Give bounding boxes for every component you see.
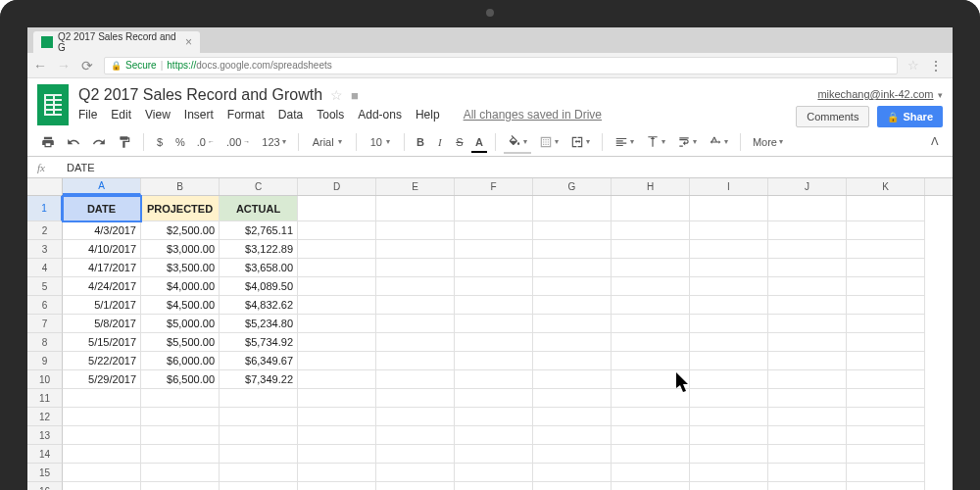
row-header-4[interactable]: 4 [27, 259, 63, 277]
cell[interactable] [612, 240, 690, 259]
cell[interactable] [768, 240, 847, 259]
column-header-K[interactable]: K [847, 178, 925, 195]
cell[interactable] [298, 426, 376, 445]
cell[interactable] [376, 296, 455, 315]
column-header-H[interactable]: H [612, 178, 690, 195]
cell[interactable] [612, 445, 690, 464]
column-header-E[interactable]: E [376, 178, 455, 195]
cell-actual[interactable]: $6,349.67 [220, 352, 298, 370]
cell[interactable] [63, 464, 141, 482]
cell[interactable] [690, 259, 768, 277]
cell[interactable] [298, 196, 376, 221]
number-format-button[interactable]: 123▾ [258, 133, 289, 151]
cell[interactable] [455, 240, 533, 259]
cell[interactable] [690, 370, 768, 389]
cell[interactable] [455, 333, 533, 352]
cell[interactable] [455, 296, 533, 315]
row-header-11[interactable]: 11 [27, 389, 63, 408]
browser-tab[interactable]: Q2 2017 Sales Record and G × [33, 31, 200, 53]
cell[interactable] [847, 464, 925, 482]
cell[interactable] [847, 333, 925, 352]
cell-date[interactable]: 4/10/2017 [63, 240, 141, 259]
cell[interactable] [141, 389, 220, 408]
cell[interactable] [376, 408, 455, 426]
header-cell-projected[interactable]: PROJECTED [141, 196, 220, 221]
cell[interactable] [220, 445, 298, 464]
cell[interactable] [533, 370, 612, 389]
cell[interactable] [768, 445, 847, 464]
cell[interactable] [298, 464, 376, 482]
row-header-8[interactable]: 8 [27, 333, 63, 352]
star-icon[interactable]: ☆ [330, 87, 343, 103]
cell[interactable] [533, 333, 612, 352]
cell[interactable] [455, 426, 533, 445]
print-icon[interactable] [37, 132, 59, 152]
cell[interactable] [847, 221, 925, 240]
menu-tools[interactable]: Tools [317, 108, 344, 122]
cell[interactable] [847, 259, 925, 277]
cell[interactable] [847, 277, 925, 296]
cell[interactable] [376, 259, 455, 277]
menu-addons[interactable]: Add-ons [358, 108, 402, 122]
currency-button[interactable]: $ [152, 133, 168, 151]
cell[interactable] [690, 389, 768, 408]
cell[interactable] [690, 352, 768, 370]
cell-projected[interactable]: $3,000.00 [141, 240, 220, 259]
cell[interactable] [298, 352, 376, 370]
cell[interactable] [612, 196, 690, 221]
menu-data[interactable]: Data [278, 108, 303, 122]
cell-date[interactable]: 4/3/2017 [63, 221, 141, 240]
cell-date[interactable]: 5/22/2017 [63, 352, 141, 370]
menu-view[interactable]: View [145, 108, 171, 122]
cell-actual[interactable]: $4,832.62 [220, 296, 298, 315]
cells-area[interactable]: DATEPROJECTEDACTUAL4/3/2017$2,500.00$2,7… [63, 196, 953, 490]
cell[interactable] [455, 445, 533, 464]
cell[interactable] [612, 426, 690, 445]
cell[interactable] [533, 482, 612, 490]
cell[interactable] [847, 240, 925, 259]
cell[interactable] [455, 259, 533, 277]
cell[interactable] [533, 296, 612, 315]
cell[interactable] [298, 240, 376, 259]
cell[interactable] [533, 389, 612, 408]
cell[interactable] [847, 296, 925, 315]
menu-edit[interactable]: Edit [111, 108, 131, 122]
menu-format[interactable]: Format [227, 108, 265, 122]
cell[interactable] [690, 296, 768, 315]
cell[interactable] [768, 196, 847, 221]
menu-file[interactable]: File [78, 108, 97, 122]
cell[interactable] [376, 221, 455, 240]
cell[interactable] [533, 445, 612, 464]
cell[interactable] [455, 464, 533, 482]
paint-format-icon[interactable] [114, 132, 135, 152]
cell[interactable] [847, 482, 925, 490]
cell[interactable] [533, 315, 612, 333]
cell-date[interactable]: 4/17/2017 [63, 259, 141, 277]
cell[interactable] [533, 352, 612, 370]
cell[interactable] [768, 408, 847, 426]
formula-value[interactable]: DATE [67, 162, 95, 173]
comments-button[interactable]: Comments [796, 106, 869, 127]
cell[interactable] [533, 259, 612, 277]
cell[interactable] [847, 352, 925, 370]
cell[interactable] [690, 408, 768, 426]
cell[interactable] [455, 352, 533, 370]
cell[interactable] [768, 482, 847, 490]
cell[interactable] [298, 259, 376, 277]
cell[interactable] [847, 370, 925, 389]
cell[interactable] [847, 196, 925, 221]
column-header-C[interactable]: C [220, 178, 298, 195]
cell-actual[interactable]: $5,234.80 [220, 315, 298, 333]
cell[interactable] [533, 277, 612, 296]
cell[interactable] [376, 445, 455, 464]
cell[interactable] [768, 296, 847, 315]
column-header-A[interactable]: A [63, 178, 141, 195]
more-button[interactable]: More▾ [749, 133, 787, 151]
row-header-13[interactable]: 13 [27, 426, 63, 445]
cell[interactable] [298, 482, 376, 490]
cell-date[interactable]: 5/1/2017 [63, 296, 141, 315]
cell[interactable] [612, 482, 690, 490]
cell[interactable] [847, 315, 925, 333]
row-header-5[interactable]: 5 [27, 277, 63, 296]
cell[interactable] [612, 221, 690, 240]
